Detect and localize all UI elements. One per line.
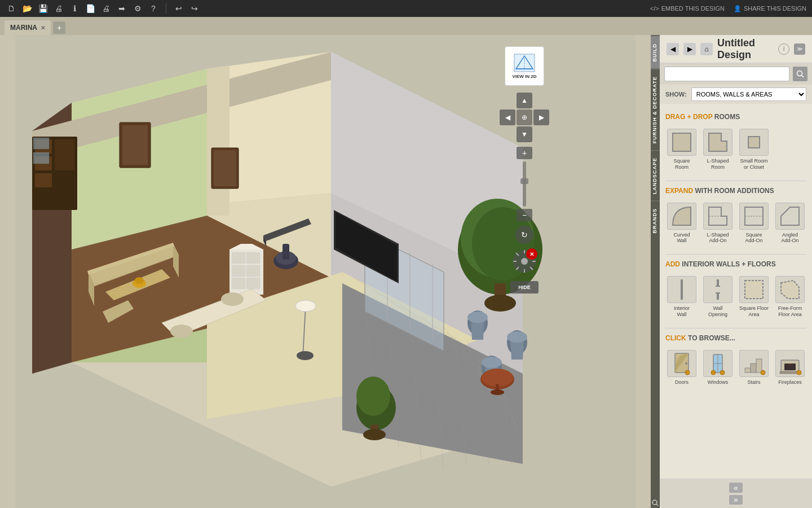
item-lshaped-addon[interactable]: L-ShapedAdd-On — [701, 200, 734, 247]
side-search-icon[interactable] — [651, 499, 659, 507]
side-tab-build[interactable]: BUILD — [651, 36, 660, 69]
divider-1 — [665, 181, 806, 181]
side-tab-furnish[interactable]: FURNISH & DECORATE — [651, 69, 660, 150]
divider-2 — [665, 254, 806, 255]
print-icon[interactable]: 🖨 — [53, 3, 64, 14]
item-small-room[interactable]: Small Roomor Closet — [738, 126, 770, 173]
redo-icon[interactable]: ↪ — [189, 3, 200, 14]
svg-point-134 — [685, 370, 690, 375]
item-sq-floor-area[interactable]: Square FloorArea — [738, 274, 770, 320]
section-drag-normal: ROOMS — [714, 113, 740, 121]
embed-btn[interactable]: </> EMBED THIS DESIGN — [650, 5, 725, 12]
svg-rect-68 — [283, 244, 289, 260]
nav-down-btn[interactable]: ▼ — [517, 126, 532, 142]
sq-floor-area-label: Square FloorArea — [739, 305, 769, 318]
open-icon[interactable]: 📂 — [21, 3, 33, 14]
svg-point-143 — [761, 370, 765, 375]
svg-point-104 — [521, 258, 528, 265]
item-angled-addon[interactable]: AngledAdd-On — [774, 200, 806, 247]
svg-point-147 — [797, 370, 801, 375]
view-2d-button[interactable]: VIEW IN 2D — [505, 46, 544, 86]
export-icon[interactable]: ➡ — [116, 3, 127, 14]
info-icon[interactable]: ℹ — [69, 3, 80, 14]
item-curved-wall[interactable]: CurvedWall — [665, 200, 698, 247]
rp-header: ◀ ▶ ⌂ Untitled Design i ≫ — [660, 35, 812, 63]
item-stairs[interactable]: Stairs — [738, 348, 770, 388]
collapse-down-btn[interactable]: » — [729, 495, 743, 505]
svg-point-71 — [297, 351, 314, 360]
rp-expand-btn[interactable]: ≫ — [794, 43, 805, 55]
svg-point-74 — [221, 292, 244, 306]
svg-point-83 — [363, 429, 386, 440]
svg-point-89 — [507, 331, 527, 343]
svg-rect-60 — [232, 278, 245, 289]
item-doors[interactable]: Doors — [665, 348, 698, 388]
tab-marina-label: MARINA — [10, 24, 37, 32]
section-header-drag: DRAG + DROP ROOMS — [665, 113, 806, 121]
design-canvas[interactable]: VIEW IN 2D ▲ ◀ ⊕ ▶ ▼ + − ↻ — [0, 35, 651, 508]
side-tab-landscape[interactable]: LANDSCAPE — [651, 150, 660, 201]
main-area: VIEW IN 2D ▲ ◀ ⊕ ▶ ▼ + − ↻ — [0, 35, 812, 508]
browse-grid: Doors Windows — [665, 348, 806, 388]
item-wall-opening[interactable]: WallOpening — [701, 274, 734, 320]
item-interior-wall[interactable]: InteriorWall — [665, 274, 698, 320]
item-windows[interactable]: Windows — [701, 348, 734, 388]
share-btn[interactable]: 👤 SHARE THIS DESIGN — [734, 5, 806, 12]
nav-center-btn[interactable]: ⊕ — [517, 110, 532, 125]
svg-line-116 — [802, 76, 804, 78]
stairs-icon — [739, 350, 769, 377]
nav-up-btn[interactable]: ▲ — [517, 93, 532, 108]
toolbar-right: </> EMBED THIS DESIGN 👤 SHARE THIS DESIG… — [650, 5, 806, 12]
collapse-up-btn[interactable]: « — [729, 483, 743, 493]
wall-opening-label: WallOpening — [708, 305, 727, 318]
section-header-expand: EXPAND WITH ROOM ADDITIONS — [665, 187, 806, 195]
item-square-room[interactable]: SquareRoom — [665, 126, 698, 173]
new-icon[interactable]: 🗋 — [6, 3, 17, 14]
rp-back-btn[interactable]: ◀ — [667, 43, 679, 55]
tab-marina[interactable]: MARINA ✕ — [5, 20, 51, 35]
square-addon-label: SquareAdd-On — [745, 232, 762, 244]
zoom-controls: + − — [517, 147, 532, 221]
svg-point-52 — [135, 277, 144, 284]
section-browse-highlight: CLICK — [665, 334, 686, 342]
pages-icon[interactable]: 📄 — [85, 3, 96, 14]
help-icon[interactable]: ? — [148, 3, 159, 14]
item-lshaped-room[interactable]: L-ShapedRoom — [701, 126, 734, 173]
nav-left-btn[interactable]: ◀ — [500, 110, 515, 125]
settings-icon[interactable]: ⚙ — [132, 3, 143, 14]
section-interior-highlight: ADD — [665, 260, 680, 268]
item-freeform-floor[interactable]: Free-FormFloor Area — [774, 274, 806, 320]
item-fireplaces[interactable]: Fireplaces — [774, 348, 806, 388]
undo-icon[interactable]: ↩ — [173, 3, 184, 14]
lshaped-room-icon — [703, 129, 732, 156]
rp-forward-btn[interactable]: ▶ — [683, 43, 696, 55]
lshaped-room-label: L-ShapedRoom — [707, 158, 729, 170]
rp-info-btn[interactable]: i — [778, 43, 789, 55]
rp-title: Untitled Design — [717, 37, 774, 61]
item-square-addon[interactable]: SquareAdd-On — [738, 200, 770, 247]
svg-rect-62 — [246, 265, 260, 277]
rp-show-select[interactable]: ROOMS, WALLS & AREAS — [691, 87, 806, 101]
side-tab-brands[interactable]: BRANDS — [651, 201, 660, 240]
interior-grid: InteriorWall WallOpening — [665, 274, 806, 320]
svg-rect-58 — [232, 252, 245, 264]
rotate-btn[interactable]: ↻ — [515, 226, 533, 244]
zoom-in-btn[interactable]: + — [517, 147, 532, 159]
zoom-out-btn[interactable]: − — [517, 209, 532, 221]
svg-rect-42 — [35, 173, 52, 187]
print2-icon[interactable]: 🖨 — [100, 3, 112, 14]
rp-search-btn[interactable] — [793, 67, 807, 81]
hide-btn[interactable]: HIDE — [510, 281, 539, 294]
tab-add-btn[interactable]: + — [53, 21, 65, 34]
view-controls: VIEW IN 2D ▲ ◀ ⊕ ▶ ▼ + − ↻ — [500, 46, 549, 294]
rp-search-input[interactable] — [664, 67, 789, 81]
save-icon[interactable]: 💾 — [37, 3, 48, 14]
rp-home-btn[interactable]: ⌂ — [700, 43, 713, 55]
rp-content: DRAG + DROP ROOMS SquareRoom — [660, 104, 812, 479]
nav-right-btn[interactable]: ▶ — [533, 110, 549, 125]
svg-point-70 — [295, 300, 316, 312]
freeform-floor-icon — [775, 276, 805, 303]
embed-label: EMBED THIS DESIGN — [661, 5, 725, 12]
section-expand-normal: WITH ROOM ADDITIONS — [695, 187, 774, 195]
section-header-interior: ADD INTERIOR WALLS + FLOORS — [665, 260, 806, 268]
